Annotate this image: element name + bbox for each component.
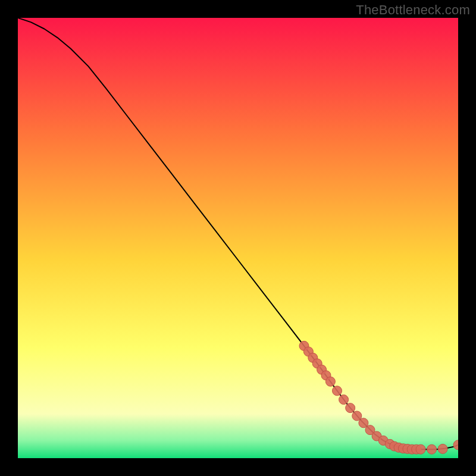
data-marker: [325, 377, 335, 386]
data-marker: [427, 444, 437, 454]
chart-svg: [18, 18, 458, 458]
chart-background: [18, 18, 458, 458]
chart-plot-area: [18, 18, 458, 458]
data-marker: [333, 386, 342, 396]
data-marker: [438, 444, 447, 453]
data-marker: [346, 403, 355, 413]
data-marker: [339, 395, 349, 405]
watermark-text: TheBottleneck.com: [356, 2, 470, 18]
chart-frame: TheBottleneck.com: [0, 0, 476, 476]
data-marker: [416, 444, 425, 454]
